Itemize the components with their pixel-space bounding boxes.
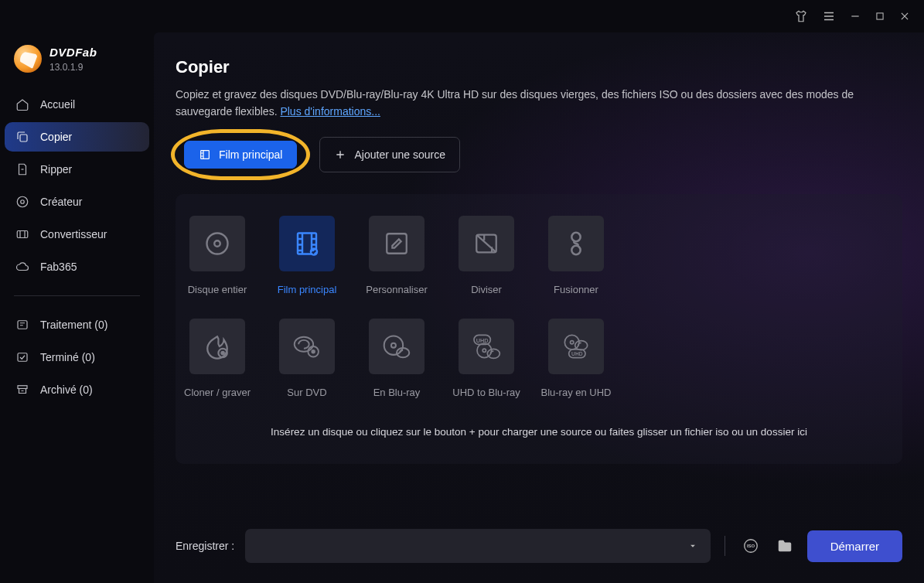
merge-icon bbox=[548, 216, 604, 271]
film-icon bbox=[199, 148, 211, 161]
svg-point-3 bbox=[21, 200, 25, 204]
nav-divider bbox=[14, 295, 140, 296]
svg-rect-1 bbox=[20, 135, 27, 141]
sidebar-item-converter[interactable]: Convertisseur bbox=[5, 220, 149, 249]
split-icon bbox=[459, 216, 514, 271]
sidebar-item-copy[interactable]: Copier bbox=[5, 122, 149, 152]
archive-icon bbox=[15, 383, 29, 397]
sidebar-item-label: Convertisseur bbox=[40, 228, 107, 240]
svg-rect-0 bbox=[877, 13, 883, 19]
mode-label: Disque entier bbox=[188, 284, 247, 295]
sidebar-item-archived[interactable]: Archivé (0) bbox=[5, 375, 149, 404]
start-button[interactable]: Démarrer bbox=[807, 530, 902, 562]
titlebar bbox=[0, 0, 924, 32]
button-label: Ajouter une source bbox=[354, 148, 445, 161]
home-icon bbox=[15, 97, 29, 111]
sidebar-item-creator[interactable]: Créateur bbox=[5, 187, 149, 216]
footer-divider bbox=[725, 536, 725, 556]
bluray-dvd-icon bbox=[279, 319, 335, 374]
svg-rect-4 bbox=[17, 231, 28, 238]
svg-text:UHD: UHD bbox=[571, 351, 583, 356]
svg-rect-13 bbox=[387, 234, 407, 254]
minimize-icon[interactable] bbox=[850, 11, 861, 22]
maximize-icon[interactable] bbox=[875, 11, 885, 22]
page-description: Copiez et gravez des disques DVD/Blu-ray… bbox=[176, 87, 871, 120]
mode-label: Fusionner bbox=[554, 284, 598, 295]
svg-point-16 bbox=[221, 352, 223, 354]
mode-to-bluray[interactable]: En Blu-ray bbox=[369, 319, 424, 398]
drop-hint: Insérez un disque ou cliquez sur le bout… bbox=[189, 426, 888, 442]
brand-logo-icon bbox=[14, 45, 42, 73]
mode-label: Film principal bbox=[278, 284, 337, 295]
sidebar-item-label: Fab365 bbox=[40, 261, 77, 273]
film-principal-button[interactable]: Film principal bbox=[184, 141, 297, 169]
close-icon[interactable] bbox=[899, 11, 910, 22]
mode-label: En Blu-ray bbox=[373, 387, 421, 398]
mode-merge[interactable]: Fusionner bbox=[548, 216, 604, 295]
menu-icon[interactable] bbox=[822, 9, 836, 23]
svg-rect-6 bbox=[18, 353, 27, 362]
mode-clone[interactable]: Cloner / graver bbox=[189, 319, 245, 398]
svg-point-21 bbox=[391, 343, 396, 348]
svg-point-26 bbox=[482, 349, 486, 353]
sidebar-item-label: Traitement (0) bbox=[40, 319, 107, 331]
mode-full-disc[interactable]: Disque entier bbox=[189, 216, 245, 295]
done-icon bbox=[15, 350, 29, 364]
sidebar-item-label: Terminé (0) bbox=[40, 351, 95, 363]
converter-icon bbox=[15, 227, 29, 241]
sidebar-item-home[interactable]: Accueil bbox=[5, 90, 149, 119]
sidebar-item-label: Copier bbox=[40, 131, 72, 143]
mode-label: Sur DVD bbox=[287, 387, 326, 398]
mode-main-movie[interactable]: Film principal bbox=[279, 216, 335, 295]
bluray-uhd-icon: UHD bbox=[548, 319, 604, 374]
nav-main: Accueil Copier Ripper Créateur Convertis… bbox=[0, 87, 154, 285]
sidebar-item-fab365[interactable]: Fab365 bbox=[5, 252, 149, 281]
sidebar-item-ripper[interactable]: Ripper bbox=[5, 155, 149, 184]
mode-label: Blu-ray en UHD bbox=[540, 387, 611, 398]
mode-uhd-to-bluray[interactable]: UHD UHD to Blu-ray bbox=[459, 319, 514, 398]
mode-bluray-to-uhd[interactable]: UHD Blu-ray en UHD bbox=[548, 319, 604, 398]
highlight-ring: Film principal bbox=[171, 129, 310, 180]
add-source-button[interactable]: Ajouter une source bbox=[319, 137, 460, 172]
modes-panel: Disque entier Film principal Personnalis… bbox=[176, 194, 902, 464]
brand: DVDFab 13.0.1.9 bbox=[0, 37, 154, 87]
footer: Enregistrer : ISO Démarrer bbox=[154, 515, 924, 583]
page-title: Copier bbox=[176, 57, 902, 77]
folder-icon[interactable] bbox=[773, 534, 796, 557]
iso-icon[interactable]: ISO bbox=[739, 534, 762, 557]
svg-rect-8 bbox=[201, 151, 210, 159]
sidebar-item-label: Accueil bbox=[40, 98, 75, 111]
destination-dropdown[interactable] bbox=[245, 529, 710, 563]
edit-icon bbox=[369, 216, 424, 271]
mode-label: UHD to Blu-ray bbox=[452, 387, 520, 398]
mode-label: Cloner / graver bbox=[184, 387, 251, 398]
mode-to-dvd[interactable]: Sur DVD bbox=[279, 319, 335, 398]
film-strip-icon bbox=[279, 216, 335, 271]
plus-icon bbox=[334, 148, 346, 161]
processing-icon bbox=[15, 318, 29, 332]
nav-status: Traitement (0) Terminé (0) Archivé (0) bbox=[0, 307, 154, 407]
sidebar-item-done[interactable]: Terminé (0) bbox=[5, 343, 149, 372]
svg-text:ISO: ISO bbox=[747, 544, 755, 548]
cloud-icon bbox=[15, 260, 29, 274]
disc-icon bbox=[189, 216, 245, 271]
action-row: Film principal Ajouter une source bbox=[171, 137, 902, 172]
creator-icon bbox=[15, 195, 29, 209]
mode-label: Diviser bbox=[471, 284, 502, 295]
svg-point-9 bbox=[207, 234, 228, 254]
burn-icon bbox=[189, 319, 245, 374]
sidebar: DVDFab 13.0.1.9 Accueil Copier Ripper Cr… bbox=[0, 32, 154, 583]
svg-point-27 bbox=[487, 349, 500, 359]
mode-split[interactable]: Diviser bbox=[459, 216, 514, 295]
button-label: Film principal bbox=[219, 148, 282, 161]
more-info-link[interactable]: Plus d'informations... bbox=[280, 105, 380, 118]
mode-customize[interactable]: Personnaliser bbox=[369, 216, 424, 295]
tshirt-icon[interactable] bbox=[794, 9, 808, 23]
svg-point-10 bbox=[214, 241, 220, 247]
sidebar-item-label: Ripper bbox=[40, 163, 72, 176]
save-label: Enregistrer : bbox=[176, 540, 234, 552]
sidebar-item-label: Archivé (0) bbox=[40, 384, 93, 396]
svg-point-17 bbox=[295, 337, 313, 352]
ripper-icon bbox=[15, 162, 29, 176]
sidebar-item-processing[interactable]: Traitement (0) bbox=[5, 310, 149, 339]
